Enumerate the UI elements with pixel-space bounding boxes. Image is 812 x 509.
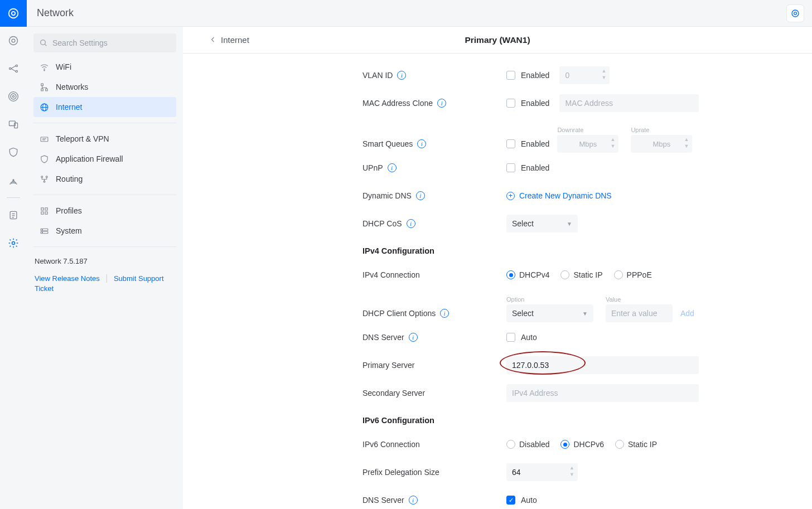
info-icon[interactable]: i (388, 163, 397, 172)
rail-settings-icon[interactable] (0, 229, 27, 257)
settings-form: VLAN ID i Enabled 0 ▲▼ MAC Address Clone… (362, 54, 719, 509)
stepper[interactable]: ▲▼ (610, 137, 615, 151)
radio-pppoe[interactable] (614, 270, 623, 279)
radio-static-ip[interactable] (560, 270, 569, 279)
checkbox-dns-auto-v4[interactable] (506, 333, 515, 342)
nav-teleport-vpn[interactable]: Teleport & VPN (33, 129, 176, 149)
nav-internet[interactable]: Internet (33, 97, 176, 117)
info-icon[interactable]: i (416, 191, 425, 200)
nav-label: Networks (56, 83, 88, 91)
checkbox-sq-enabled[interactable] (506, 139, 515, 148)
svg-point-22 (44, 70, 44, 70)
rail-topology-icon[interactable] (0, 55, 27, 83)
checkbox-dns-auto-v6[interactable] (506, 496, 515, 505)
add-dhcp-option-button[interactable]: Add (680, 309, 694, 322)
prefix-delegation-input[interactable]: 64 ▲▼ (506, 463, 578, 481)
label-ipv6-conn: IPv6 Connection (362, 440, 506, 449)
dhcp-cos-select[interactable]: Select ▼ (506, 215, 578, 232)
primary-server-input[interactable] (506, 356, 699, 374)
footer-separator: | (105, 273, 108, 283)
rail-security-icon[interactable] (0, 138, 27, 166)
routing-icon (39, 174, 49, 184)
label-primary-server: Primary Server (362, 361, 506, 370)
content: Internet Primary (WAN1) VLAN ID i Enable… (183, 27, 812, 509)
uprate-input[interactable]: Mbps ▲▼ (631, 135, 692, 153)
radio-static-ip-v6[interactable] (615, 440, 624, 449)
svg-point-41 (42, 229, 42, 230)
info-icon[interactable]: i (409, 496, 418, 505)
radio-label: Disabled (519, 440, 549, 449)
rail-dashboard-icon[interactable] (0, 27, 27, 55)
stepper[interactable]: ▲▼ (601, 69, 606, 82)
vlan-id-value: 0 (565, 71, 569, 80)
radio-disabled[interactable] (506, 440, 515, 449)
svg-point-17 (12, 242, 15, 245)
svg-point-1 (12, 12, 15, 15)
svg-rect-36 (45, 207, 47, 210)
radio-dhcpv6[interactable] (560, 440, 569, 449)
checkbox-upnp-enabled[interactable] (506, 163, 515, 172)
label-upnp: UPnP i (362, 163, 506, 172)
svg-point-20 (41, 40, 46, 45)
system-icon (39, 226, 49, 236)
svg-point-42 (42, 232, 42, 232)
chevron-down-icon: ▼ (582, 311, 588, 317)
create-ddns-label: Create New Dynamic DNS (519, 191, 612, 200)
nav-profiles[interactable]: Profiles (33, 201, 176, 221)
info-icon[interactable]: i (409, 333, 418, 342)
row-dhcp-cos: DHCP CoS i Select ▼ (362, 211, 719, 236)
secondary-server-input[interactable] (506, 384, 699, 402)
version-text: Network 7.5.187 (35, 257, 175, 265)
search-input[interactable] (33, 33, 176, 52)
dhcp-option-select[interactable]: Select ▼ (506, 304, 593, 322)
radio-dhcpv4[interactable] (506, 270, 515, 279)
svg-point-2 (9, 37, 18, 45)
nav-wifi[interactable]: WiFi (33, 57, 176, 77)
label-text: IPv4 Connection (362, 270, 420, 279)
nav-label: Internet (56, 103, 82, 112)
label-text: DHCP CoS (362, 219, 402, 228)
info-icon[interactable]: i (407, 219, 415, 228)
checkbox-vlan-enabled[interactable] (506, 71, 515, 80)
nav-label: WiFi (56, 62, 71, 71)
svg-point-34 (44, 181, 45, 182)
rail-hotspot-icon[interactable] (0, 166, 27, 194)
nav-firewall[interactable]: Application Firewall (33, 149, 176, 169)
release-notes-link[interactable]: View Release Notes (35, 274, 100, 283)
row-dns-server-v4: DNS Server i Auto (362, 324, 719, 350)
info-icon[interactable]: i (417, 139, 426, 148)
search-icon (39, 38, 48, 50)
nav-system[interactable]: System (33, 221, 176, 241)
section-ipv6: IPv6 Configuration (362, 416, 719, 425)
nav-networks[interactable]: Networks (33, 77, 176, 97)
checkbox-label: Enabled (521, 163, 549, 172)
rail-devices-icon[interactable] (0, 110, 27, 138)
info-icon[interactable]: i (440, 309, 449, 318)
header-app-icon[interactable] (786, 4, 804, 22)
label-text: DNS Server (362, 333, 404, 342)
create-ddns-button[interactable]: + Create New Dynamic DNS (506, 191, 612, 200)
nav-routing[interactable]: Routing (33, 169, 176, 189)
info-icon[interactable]: i (397, 71, 406, 80)
svg-point-33 (46, 176, 47, 177)
label-dhcp-client-opts: DHCP Client Options i (362, 309, 506, 322)
mac-address-input[interactable] (559, 94, 699, 112)
label-ddns: Dynamic DNS i (362, 191, 506, 200)
svg-point-18 (792, 10, 799, 17)
rail-radios-icon[interactable] (0, 83, 27, 110)
svg-point-8 (11, 94, 16, 99)
back-button[interactable]: Internet (210, 35, 249, 45)
row-ddns: Dynamic DNS i + Create New Dynamic DNS (362, 183, 719, 209)
brand-logo[interactable] (0, 0, 27, 27)
stepper[interactable]: ▲▼ (569, 466, 574, 479)
stepper[interactable]: ▲▼ (684, 137, 689, 151)
info-icon[interactable]: i (437, 99, 446, 108)
profiles-icon (39, 206, 49, 216)
label-ipv4-conn: IPv4 Connection (362, 270, 506, 279)
vlan-id-input[interactable]: 0 ▲▼ (559, 66, 610, 84)
dhcp-value-input[interactable] (606, 304, 673, 322)
rail-logs-icon[interactable] (0, 201, 27, 229)
downrate-input[interactable]: Mbps ▲▼ (557, 135, 618, 153)
content-body: VLAN ID i Enabled 0 ▲▼ MAC Address Clone… (183, 54, 812, 509)
checkbox-mac-enabled[interactable] (506, 99, 515, 108)
